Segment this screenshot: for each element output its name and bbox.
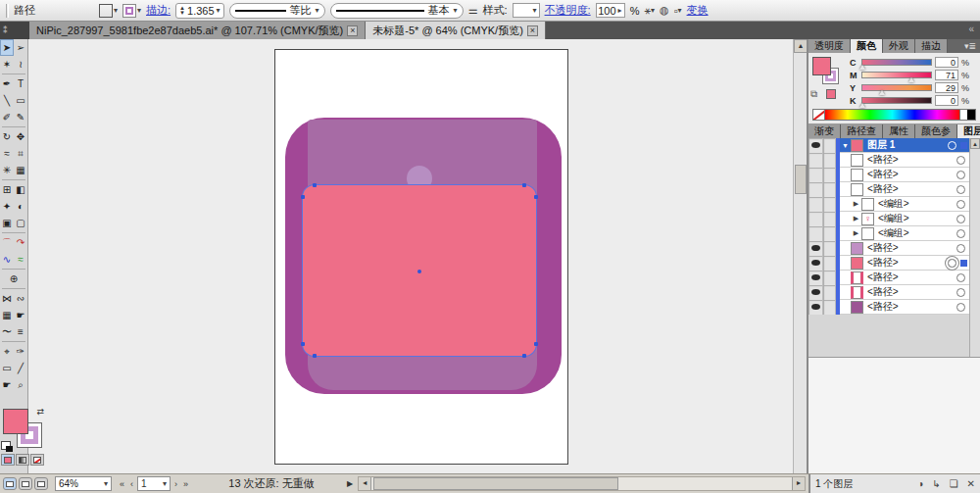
layer-name[interactable]: <路径> (867, 300, 956, 314)
layer-row-1[interactable]: ▼图层 1 (808, 138, 969, 153)
next-artboard-icon[interactable]: › (172, 479, 179, 489)
target-circle[interactable] (956, 303, 965, 312)
target-circle[interactable] (956, 185, 965, 194)
anchor-point[interactable] (301, 195, 305, 199)
default-fill-stroke-icon[interactable] (1, 441, 11, 450)
mesh-tool[interactable]: ⊞ (0, 181, 14, 198)
target-circle[interactable] (956, 273, 965, 282)
symbol-sprayer-tool[interactable]: ✳ (0, 162, 14, 178)
lock-toggle[interactable] (823, 300, 836, 315)
target-circle[interactable] (956, 244, 965, 253)
warp-tool[interactable]: ≈ (0, 145, 14, 162)
visibility-toggle[interactable] (808, 300, 823, 315)
anchor-point[interactable] (313, 354, 317, 358)
zoom-level-dropdown[interactable]: 64% ▾ (55, 476, 112, 491)
paintbrush-tool[interactable]: ✐ (0, 109, 14, 125)
layer-name[interactable]: <编组> (878, 197, 956, 211)
lasso-tool[interactable]: ≀ (14, 56, 27, 73)
layer-row-6[interactable]: ▶♀<编组> (808, 212, 969, 226)
last-artboard-icon[interactable]: » (181, 479, 190, 489)
channel-value[interactable]: 0 (935, 57, 958, 68)
document-tab-1[interactable]: NiPic_287997_5981fbe2e87daeb5.ai* @ 107.… (29, 22, 366, 39)
anchor-point[interactable] (522, 183, 526, 187)
layer-row-11[interactable]: <路径> (808, 285, 969, 300)
scroll-right-icon[interactable]: ▸ (792, 477, 805, 490)
stroke-weight-input[interactable]: ▲▼ 1.365 ▾ (175, 3, 224, 19)
select-similar-icon[interactable]: ⚹▾ (644, 4, 655, 17)
lock-toggle[interactable] (823, 271, 836, 285)
artboard[interactable] (274, 49, 568, 465)
arc-tool[interactable]: ⌒ (0, 234, 14, 251)
lock-toggle[interactable] (823, 197, 836, 212)
scale-tool[interactable]: ✥ (14, 128, 27, 145)
tab-路径查[interactable]: 路径查 (841, 124, 883, 138)
type-tool[interactable]: T (14, 75, 27, 92)
lock-toggle[interactable] (823, 212, 836, 226)
slider-marker[interactable] (859, 65, 865, 70)
layer-name[interactable]: <路径> (867, 182, 956, 196)
channel-value[interactable]: 29 (935, 82, 958, 93)
crop-area-tool[interactable]: ⊕ (7, 271, 21, 287)
standard-screen-mode-button[interactable] (3, 477, 17, 490)
lock-toggle[interactable] (823, 138, 836, 153)
visibility-toggle[interactable] (808, 226, 823, 241)
delete-layer-icon[interactable]: ✕ (967, 478, 975, 489)
scribble-tool[interactable]: 〜 (0, 323, 14, 340)
rotate-tool[interactable]: ↻ (0, 128, 14, 145)
visibility-toggle[interactable] (808, 212, 823, 226)
none-swatch[interactable] (813, 110, 825, 120)
first-artboard-icon[interactable]: « (118, 479, 126, 489)
layer-row-9[interactable]: <路径> (808, 256, 969, 271)
expand-icon[interactable]: ▶ (851, 200, 861, 208)
lock-toggle[interactable] (823, 168, 836, 182)
layer-row-8[interactable]: <路径> (808, 241, 969, 256)
layer-name[interactable]: <路径> (867, 285, 956, 299)
reshape-tool[interactable]: ⋈ (0, 290, 14, 307)
horizontal-scrollbar[interactable]: ◂ ▸ (358, 476, 806, 491)
slider-ramp[interactable] (861, 97, 932, 104)
tab-描边[interactable]: 描边 (915, 39, 948, 53)
layer-row-12[interactable]: <路径> (808, 300, 969, 315)
tab-颜色[interactable]: 颜色 (851, 39, 883, 53)
knife-tool[interactable]: ╱ (14, 360, 27, 376)
layer-row-10[interactable]: <路径> (808, 271, 969, 285)
full-screen-menu-mode-button[interactable] (19, 477, 32, 490)
stroke-color-dropdown[interactable]: ▾ (122, 4, 141, 18)
layer-name[interactable]: <路径> (867, 241, 956, 255)
visibility-toggle[interactable] (808, 168, 823, 182)
lock-toggle[interactable] (823, 285, 836, 300)
wrinkle-tool[interactable]: ∾ (14, 290, 27, 307)
artboard-number-dropdown[interactable]: 1 ▾ (137, 476, 171, 491)
fill-swatch[interactable] (812, 57, 831, 75)
live-paint-selection-tool[interactable]: ▢ (14, 215, 27, 231)
anchor-point[interactable] (313, 183, 317, 187)
gradient-tool[interactable]: ◧ (14, 181, 27, 198)
slider-marker[interactable] (859, 103, 865, 108)
measure-tool[interactable]: ⌖ (0, 343, 14, 360)
canvas-area[interactable] (28, 39, 793, 473)
slider-ramp[interactable] (861, 59, 932, 66)
slider-ramp[interactable] (861, 84, 932, 91)
live-paint-bucket-tool[interactable]: ▣ (0, 215, 14, 231)
previous-artboard-icon[interactable]: ‹ (128, 479, 135, 489)
scroll-left-icon[interactable]: ◂ (359, 477, 371, 490)
target-circle[interactable] (956, 156, 965, 165)
rectangle-tool[interactable]: ▭ (14, 92, 27, 109)
visibility-toggle[interactable] (808, 153, 823, 168)
slider-marker[interactable] (908, 77, 914, 82)
stroke-link[interactable]: 描边: (146, 3, 171, 18)
tab-渐变[interactable]: 渐变 (808, 124, 841, 138)
direct-selection-tool[interactable]: ➢ (14, 39, 27, 56)
spiral-tool[interactable]: ↷ (14, 234, 27, 251)
close-icon[interactable]: × (527, 25, 538, 36)
new-layer-icon[interactable]: ❏ (950, 478, 958, 489)
target-circle[interactable] (956, 288, 965, 297)
slider-marker[interactable] (879, 90, 885, 95)
lock-toggle[interactable] (823, 182, 836, 197)
color-spectrum-bar[interactable] (812, 109, 976, 121)
fill-swatch[interactable] (3, 409, 28, 434)
channel-value[interactable]: 71 (935, 70, 958, 80)
eyedropper-tool[interactable]: ✦ (0, 198, 14, 215)
in-gamut-swatch[interactable] (826, 89, 836, 99)
none-button[interactable] (30, 454, 44, 466)
